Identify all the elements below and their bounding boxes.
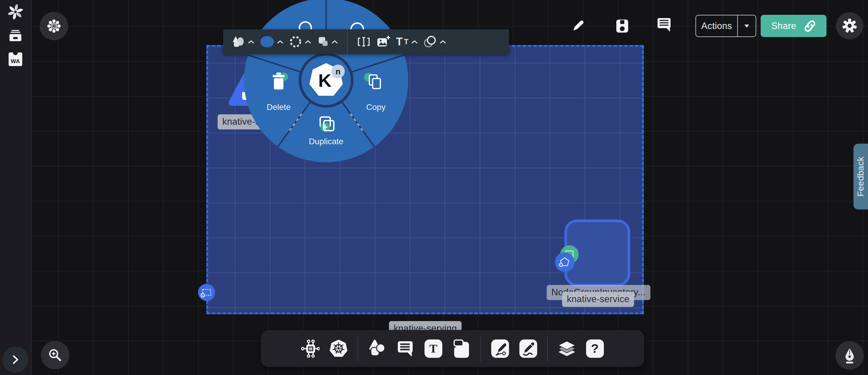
caret-down-icon: [744, 25, 749, 28]
help-tool[interactable]: ?: [586, 339, 604, 358]
layers-icon: [558, 339, 576, 358]
stroke-style-icon: [289, 35, 302, 48]
actions-dropdown-arrow[interactable]: [737, 15, 756, 36]
sidebar-item-inbox[interactable]: [7, 27, 24, 44]
text-tool[interactable]: T: [424, 339, 443, 358]
toolbar-divider: [347, 29, 348, 54]
menu-center-knative-node[interactable]: n K: [300, 54, 352, 106]
pen-tool-button[interactable]: [835, 341, 864, 370]
connector-pen-icon: [493, 342, 507, 356]
actions-label: Actions: [696, 15, 737, 36]
stroke-style-button[interactable]: [289, 35, 311, 48]
layers-tool[interactable]: [558, 339, 576, 358]
dock-divider: [358, 336, 358, 362]
chevron-up-icon[interactable]: [440, 40, 446, 43]
dock-divider: [480, 336, 481, 362]
link-icon: [804, 20, 816, 32]
chevron-up-icon[interactable]: [332, 40, 338, 43]
pinwheel-logo-icon: [7, 4, 24, 20]
copy-style-icon: [317, 36, 329, 48]
replace-image-icon: [376, 35, 391, 48]
fill-color-swatch: [260, 36, 274, 48]
edit-pencil-button[interactable]: [571, 18, 586, 33]
chevron-up-icon[interactable]: [248, 40, 254, 43]
shape-style-icon: [231, 36, 245, 48]
help-label: ?: [591, 342, 599, 356]
context-toolbar: T T: [223, 29, 509, 54]
comment-button[interactable]: [657, 17, 672, 33]
comment-tool-icon: [397, 340, 413, 357]
connector-pen-tile: [491, 339, 509, 358]
opacity-layers-button[interactable]: [423, 35, 446, 48]
resize-width-icon: [357, 36, 371, 47]
sidebar-item-webassembly[interactable]: WA: [7, 51, 24, 68]
left-sidebar: WA: [0, 0, 31, 375]
share-label: Share: [771, 21, 796, 31]
expand-sidebar-button[interactable]: [2, 347, 28, 373]
cluster-node-button[interactable]: [40, 12, 68, 40]
radial-context-menu[interactable]: Delete Copy Duplicate n K: [243, 0, 409, 163]
actions-button[interactable]: Actions: [695, 15, 756, 37]
fill-color-button[interactable]: [260, 36, 283, 48]
knative-badge[interactable]: [555, 252, 575, 272]
selection-handle-icon: [198, 284, 215, 301]
chevron-right-icon: [10, 354, 21, 365]
frame-icon: [453, 339, 470, 358]
shapes-tool[interactable]: [368, 339, 386, 358]
bottom-toolbar: T: [261, 330, 644, 367]
gear-icon: [842, 18, 857, 33]
inbox-archive-icon: [8, 28, 23, 43]
svg-text:Delete: Delete: [267, 102, 291, 112]
chevron-up-icon[interactable]: [305, 40, 311, 43]
svg-text:n: n: [335, 67, 340, 76]
chevron-up-icon[interactable]: [411, 40, 418, 43]
kubernetes-icon: [329, 339, 348, 358]
chevron-up-icon[interactable]: [277, 40, 283, 43]
resize-width-button[interactable]: [357, 36, 371, 47]
webassembly-icon: WA: [9, 53, 22, 66]
node-label-knative-service: knative-service: [562, 292, 634, 307]
feedback-label: Feedback: [856, 157, 866, 197]
font-style-label-small: T: [404, 38, 408, 45]
settings-button[interactable]: [836, 12, 863, 39]
replace-image-button[interactable]: [376, 35, 391, 48]
pen-nib-icon: [842, 347, 857, 364]
comment-tool[interactable]: [396, 339, 414, 358]
connector-pen-tool[interactable]: [491, 339, 509, 358]
opacity-layers-icon: [423, 35, 437, 48]
comment-icon: [657, 18, 672, 32]
node-cluster-icon: [46, 19, 62, 34]
font-style-label-large: T: [396, 36, 403, 47]
shape-style-button[interactable]: [231, 36, 254, 48]
text-tool-label: T: [429, 342, 437, 355]
feedback-tab[interactable]: Feedback: [854, 144, 868, 209]
selection-edge-handle[interactable]: [198, 284, 215, 301]
svg-text:K: K: [318, 70, 332, 91]
shapes-icon: [369, 340, 386, 357]
font-style-button[interactable]: T T: [396, 36, 418, 47]
svg-text:Duplicate: Duplicate: [309, 137, 344, 146]
share-button[interactable]: Share: [761, 15, 827, 37]
help-tile: ?: [586, 339, 604, 358]
text-tool-tile: T: [425, 339, 442, 358]
svg-text:Copy: Copy: [366, 102, 385, 112]
save-button[interactable]: [615, 19, 630, 34]
dock-divider: [547, 336, 548, 362]
infrastructure-node-icon: [301, 339, 319, 358]
freehand-pencil-tile: [519, 339, 537, 358]
infrastructure-tool[interactable]: [301, 339, 319, 358]
zoom-in-button[interactable]: [41, 341, 69, 369]
copy-style-button[interactable]: [317, 36, 338, 48]
kubernetes-tool[interactable]: [329, 339, 348, 358]
webassembly-notch: [13, 50, 18, 55]
freehand-pencil-tool[interactable]: [519, 339, 537, 358]
save-disk-icon: [616, 19, 629, 33]
freehand-pencil-icon: [521, 342, 535, 356]
app-logo[interactable]: [7, 4, 24, 20]
pentagon-badge-icon: [558, 255, 571, 269]
frame-tool[interactable]: [453, 339, 471, 358]
zoom-in-icon: [48, 347, 63, 363]
edit-pencil-icon: [571, 19, 585, 32]
